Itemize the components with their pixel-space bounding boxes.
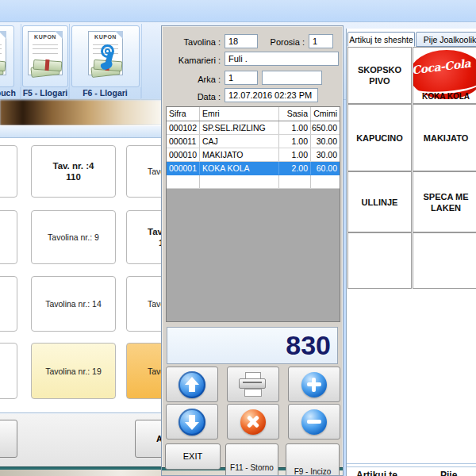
products-bottom-divider (347, 466, 476, 467)
product-cell-makijato[interactable]: MAKIJATO (413, 104, 476, 171)
product-cell-koka-kola[interactable]: Coca-Cola KOKA KOLA (413, 47, 476, 104)
table-button-right-partial-1[interactable]: Tavol (126, 145, 161, 198)
f9-incizo-label: F9 - Incizo (286, 467, 340, 476)
down-arrow-icon (178, 409, 205, 436)
product-cell-speca-me-laken[interactable]: SPECA ME LAKEN (413, 171, 476, 232)
bottom-category-label-partial: Pije (440, 470, 457, 476)
toolbar-button-f5-llogari[interactable]: KUPON (22, 25, 68, 87)
arka-label: Arka : (165, 74, 221, 85)
cancel-button[interactable] (227, 404, 279, 440)
tab-artikuj-te-sheshte[interactable]: Artikuj te sheshte (347, 32, 415, 47)
tables-panel: Tav. nr. :4 110 Tavol Tavolina nr.: 9 Ta… (0, 138, 161, 413)
table-button-9[interactable]: Tavolina nr.: 9 (31, 210, 116, 264)
kupon-receipt-icon: KUPON (28, 31, 63, 75)
column-header-cmimi[interactable]: Cmimi (311, 107, 340, 121)
data-input[interactable]: 12.07.2016 02:23 PM (225, 88, 318, 102)
order-panel: Tavolina : 18 Porosia : 1 Kamarieri : Fu… (161, 25, 344, 476)
up-arrow-icon (178, 371, 205, 398)
print-button[interactable] (227, 367, 279, 402)
table-button-14[interactable]: Tavolina nr.: 14 (31, 276, 116, 332)
toolbar-label-f6: F6 - Llogari Touch (70, 87, 141, 100)
column-header-sasia[interactable]: Sasia (279, 107, 311, 121)
tab-pije-joalkoolike[interactable]: Pije Joalkoolike (416, 32, 476, 47)
panel-header-bar (0, 125, 163, 138)
products-bottom-divider (347, 463, 476, 464)
products-panel: Artikuj te sheshte Pije Joalkoolike SKOP… (346, 29, 476, 476)
pos-application-window: KUPON KUPON KUPON (0, 0, 476, 476)
money-icon (29, 60, 63, 76)
product-cell-skopsko-pivo[interactable]: SKOPSKO PIVO (347, 47, 412, 104)
minus-icon (301, 409, 327, 435)
table-row[interactable]: 000010 MAKIJATO 1.00 30.00 (167, 148, 340, 162)
table-header-row: Sifra Emri Sasia Cmimi (167, 107, 340, 121)
table-button-partial[interactable] (0, 343, 17, 399)
move-up-button[interactable] (166, 367, 218, 402)
cancel-x-icon (240, 409, 266, 435)
tavolina-input[interactable]: 18 (225, 34, 258, 48)
kupon-receipt-icon: KUPON (0, 31, 6, 75)
table-row-empty[interactable] (167, 175, 340, 189)
table-button-right-partial-3[interactable]: Tavoli (126, 276, 161, 332)
toolbar-label-f5: F5 - Llogari (22, 87, 69, 100)
plus-icon (301, 372, 327, 397)
table-button-partial[interactable] (0, 210, 17, 264)
data-label: Data : (165, 91, 221, 102)
order-items-table: Sifra Emri Sasia Cmimi 000102 SP.SEL.RIZ… (166, 106, 340, 322)
column-header-emri[interactable]: Emri (200, 107, 279, 121)
bottom-category-label-partial: Artikuj te (356, 470, 397, 476)
tables-actions-bar: Ar (0, 413, 161, 466)
coca-cola-logo: Coca-Cola KOKA KOLA (413, 48, 476, 103)
table-button-right-partial-4[interactable]: Tavoli (126, 343, 161, 399)
product-cell-kapucino[interactable]: KAPUCINO (347, 104, 412, 171)
desktop-wallpaper-band (0, 100, 163, 125)
column-header-sifra[interactable]: Sifra (167, 107, 200, 121)
move-down-button[interactable] (166, 404, 218, 440)
kamarieri-input[interactable]: Fuli . (225, 52, 339, 66)
subtract-item-button[interactable] (288, 404, 340, 440)
tavolina-label: Tavolina : (165, 36, 221, 48)
toolbar-label-touch-partial: Touch (0, 87, 21, 100)
bottom-wallpaper-strip (0, 470, 161, 476)
product-cell-ullinje[interactable]: ULLINJE (347, 171, 412, 232)
product-cell-empty[interactable] (347, 232, 412, 289)
porosia-label: Porosia : (263, 36, 305, 48)
kamarieri-label: Kamarieri : (165, 55, 221, 66)
table-row[interactable]: 000011 CAJ 1.00 30.00 (167, 135, 340, 148)
arka-secondary-input[interactable] (262, 71, 322, 85)
table-button-partial[interactable] (0, 276, 17, 332)
total-display: 830 (167, 327, 338, 364)
arka-input[interactable]: 1 (225, 71, 258, 85)
product-cell-empty[interactable] (413, 232, 476, 289)
window-top-bar (0, 0, 476, 22)
touch-hand-icon (99, 44, 120, 73)
table-button-4[interactable]: Tav. nr. :4 110 (31, 145, 116, 198)
add-item-button[interactable] (288, 367, 340, 402)
printer-icon (238, 372, 268, 397)
table-row[interactable]: 000102 SP.SEL.RIZLING 1.00 650.00 (167, 121, 340, 135)
money-icon (0, 60, 6, 76)
kupon-receipt-icon: KUPON (88, 31, 123, 75)
toolbar-button-f6-llogari-touch[interactable]: KUPON (71, 25, 140, 87)
toolbar-button-touch-partial[interactable]: KUPON (0, 25, 14, 87)
table-button-19[interactable]: Tavolina nr.: 19 (31, 343, 116, 399)
f11-storno-label: F11 - Storno (225, 463, 278, 472)
actions-button-partial[interactable] (0, 420, 17, 458)
exit-button[interactable]: EXIT (165, 443, 221, 470)
porosia-input[interactable]: 1 (309, 34, 333, 48)
table-row-selected[interactable]: 000001 KOKA KOLA 2.00 60.00 (167, 162, 340, 175)
table-button-right-partial-2[interactable]: Tav. 1 (126, 210, 161, 264)
table-button-partial[interactable] (0, 145, 17, 198)
